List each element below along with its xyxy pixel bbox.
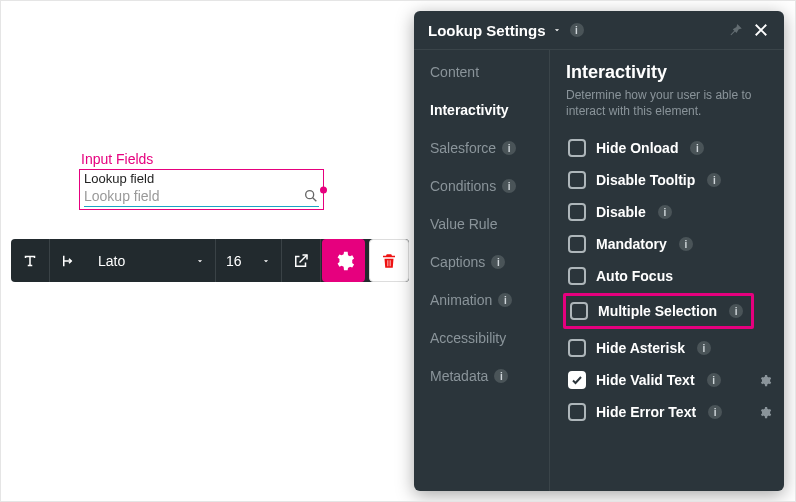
checkbox[interactable] (568, 339, 586, 357)
lookup-field-label: Lookup field (80, 170, 323, 186)
info-icon[interactable]: i (679, 237, 693, 251)
option-disable-tooltip[interactable]: Disable Tooltip i (566, 165, 770, 195)
option-hide-onload[interactable]: Hide Onload i (566, 133, 770, 163)
lookup-field-input-wrap (84, 186, 319, 207)
info-icon[interactable]: i (729, 304, 743, 318)
resize-handle[interactable] (320, 186, 327, 193)
panel-body: Content Interactivity Salesforcei Condit… (414, 50, 784, 491)
option-label: Auto Focus (596, 268, 673, 284)
settings-panel: Lookup Settings i Content Interactivity … (414, 11, 784, 491)
checkbox[interactable] (570, 302, 588, 320)
panel-title-text: Lookup Settings (428, 22, 546, 39)
info-icon: i (502, 179, 516, 193)
gear-icon[interactable] (757, 373, 772, 388)
checkbox[interactable] (568, 139, 586, 157)
font-size-value: 16 (226, 253, 242, 269)
option-label: Multiple Selection (598, 303, 717, 319)
text-toolbar: Lato 16 (11, 239, 409, 282)
panel-title[interactable]: Lookup Settings (428, 22, 562, 39)
info-icon[interactable]: i (570, 23, 584, 37)
checkbox[interactable] (568, 267, 586, 285)
option-multiple-selection[interactable]: Multiple Selection i (568, 300, 745, 322)
checkbox[interactable] (568, 235, 586, 253)
checkbox[interactable] (568, 403, 586, 421)
info-icon[interactable]: i (708, 405, 722, 419)
pin-icon[interactable] (726, 21, 744, 39)
checkbox[interactable] (568, 371, 586, 389)
checkbox[interactable] (568, 203, 586, 221)
tab-conditions[interactable]: Conditionsi (430, 178, 549, 194)
field-section-title: Input Fields (79, 151, 324, 167)
canvas-field: Input Fields Lookup field (79, 151, 324, 210)
option-hide-valid-text[interactable]: Hide Valid Text i (566, 365, 770, 395)
option-label: Hide Error Text (596, 404, 696, 420)
gear-icon[interactable] (757, 405, 772, 420)
gear-icon (333, 250, 355, 272)
align-tool-button[interactable] (50, 239, 88, 282)
pane-subtitle: Determine how your user is able to inter… (566, 87, 770, 119)
text-tool-button[interactable] (11, 239, 50, 282)
option-mandatory[interactable]: Mandatory i (566, 229, 770, 259)
option-label: Hide Valid Text (596, 372, 695, 388)
tab-captions[interactable]: Captionsi (430, 254, 549, 270)
option-label: Hide Onload (596, 140, 678, 156)
chevron-down-icon (195, 256, 205, 266)
option-label: Disable (596, 204, 646, 220)
option-hide-error-text[interactable]: Hide Error Text i (566, 397, 770, 427)
font-size-select[interactable]: 16 (216, 239, 282, 282)
interactivity-pane: Interactivity Determine how your user is… (550, 50, 784, 491)
chevron-down-icon (552, 25, 562, 35)
tab-content[interactable]: Content (430, 64, 549, 80)
option-highlight: Multiple Selection i (563, 293, 754, 329)
open-external-icon (292, 252, 310, 270)
search-icon (303, 188, 319, 204)
panel-header: Lookup Settings i (414, 11, 784, 50)
font-family-value: Lato (98, 253, 125, 269)
option-hide-asterisk[interactable]: Hide Asterisk i (566, 333, 770, 363)
lookup-field-input[interactable] (84, 188, 303, 204)
settings-button[interactable] (322, 239, 365, 282)
lookup-field-box[interactable]: Lookup field (79, 169, 324, 210)
check-icon (571, 374, 583, 386)
align-left-icon (60, 252, 78, 270)
info-icon: i (494, 369, 508, 383)
close-icon[interactable] (752, 21, 770, 39)
info-icon: i (502, 141, 516, 155)
tab-value-rule[interactable]: Value Rule (430, 216, 549, 232)
option-disable[interactable]: Disable i (566, 197, 770, 227)
option-label: Disable Tooltip (596, 172, 695, 188)
side-tabs: Content Interactivity Salesforcei Condit… (414, 50, 550, 491)
tab-animation[interactable]: Animationi (430, 292, 549, 308)
info-icon[interactable]: i (658, 205, 672, 219)
info-icon[interactable]: i (707, 173, 721, 187)
tab-metadata[interactable]: Metadatai (430, 368, 549, 384)
text-icon (21, 252, 39, 270)
checkbox[interactable] (568, 171, 586, 189)
info-icon: i (498, 293, 512, 307)
delete-button[interactable] (369, 239, 409, 282)
chevron-down-icon (261, 256, 271, 266)
info-icon[interactable]: i (690, 141, 704, 155)
font-family-select[interactable]: Lato (88, 239, 216, 282)
pane-title: Interactivity (566, 62, 770, 83)
tab-accessibility[interactable]: Accessibility (430, 330, 549, 346)
svg-line-1 (313, 198, 317, 202)
option-label: Mandatory (596, 236, 667, 252)
info-icon[interactable]: i (697, 341, 711, 355)
option-auto-focus[interactable]: Auto Focus (566, 261, 770, 291)
open-external-button[interactable] (282, 239, 321, 282)
info-icon[interactable]: i (707, 373, 721, 387)
tab-interactivity[interactable]: Interactivity (430, 102, 549, 118)
option-label: Hide Asterisk (596, 340, 685, 356)
info-icon: i (491, 255, 505, 269)
svg-point-0 (306, 191, 314, 199)
trash-icon (380, 252, 398, 270)
tab-salesforce[interactable]: Salesforcei (430, 140, 549, 156)
